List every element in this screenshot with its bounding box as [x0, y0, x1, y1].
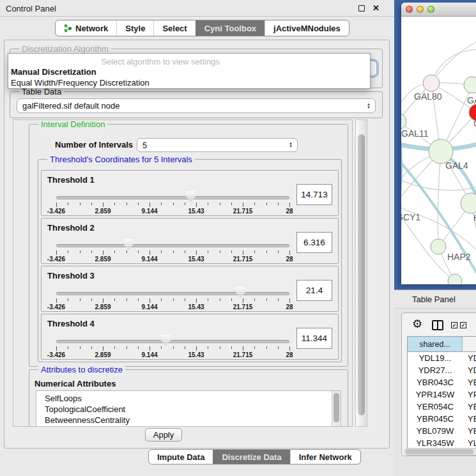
threshold-1-value-field[interactable]: 14.713: [296, 184, 332, 205]
node-top-right[interactable]: [464, 77, 476, 93]
attributes-list-scrollbar[interactable]: [332, 391, 341, 427]
cell-name: YDR2: [463, 364, 476, 376]
control-panel-titlebar: Control Panel ✕: [0, 0, 394, 17]
algorithm-dropdown: Select algorithm to view settings Manual…: [8, 53, 371, 89]
stepper-icon: ▲▼: [289, 142, 293, 148]
zoom-traffic-light-icon[interactable]: [427, 6, 434, 13]
column-header-name[interactable]: na: [463, 337, 476, 351]
cell-shared-name: YPR145W: [408, 388, 463, 401]
close-icon[interactable]: ✕: [372, 3, 380, 13]
slider-tick-labels: -3.4262.8599.14415.4321.71528: [56, 208, 289, 215]
node-hap2[interactable]: [431, 239, 446, 254]
cell-shared-name: YER054C: [408, 401, 463, 413]
slider-ticks: [56, 250, 289, 256]
threshold-2-slider-thumb[interactable]: [124, 239, 134, 250]
settings-scroll-area: Interval Definition Number of Intervals …: [13, 119, 353, 427]
table-row[interactable]: YDR27...YDR2: [408, 364, 476, 376]
table-data-select[interactable]: galFiltered.sif default node ▲▼: [17, 98, 376, 113]
threshold-3-slider[interactable]: [56, 292, 289, 295]
threshold-4-slider[interactable]: [56, 340, 289, 343]
slider-tick-labels: -3.4262.8599.14415.4321.71528: [56, 351, 289, 358]
attribute-item-topologicalcoefficient[interactable]: TopologicalCoefficient: [36, 404, 341, 415]
node-gal11[interactable]: [401, 113, 406, 130]
cyni-mode-tabs: Impute DataDiscretize DataInfer Network: [148, 449, 361, 464]
checkbox-icon[interactable]: ✓: [451, 322, 457, 328]
panel-scrollbar-thumb[interactable]: [358, 134, 365, 415]
tab-label: jActiveMNodules: [273, 24, 341, 33]
tab-label: Infer Network: [299, 452, 352, 462]
threshold-4-label: Threshold 4: [47, 319, 95, 328]
cyni-toolbox-panel: Discretization Algorithm Select algorith…: [4, 40, 390, 449]
close-traffic-light-icon[interactable]: [406, 6, 413, 13]
node-gal80-neighbor[interactable]: [423, 75, 440, 91]
tab-infer-network[interactable]: Infer Network: [290, 450, 360, 464]
table-panel-header: Table Panel: [394, 289, 476, 309]
column-header-shared-name[interactable]: shared...: [408, 337, 463, 351]
threshold-2-slider[interactable]: [56, 244, 289, 247]
control-panel-tabs: NetworkStyleSelectCyni ToolboxjActiveMNo…: [55, 20, 349, 36]
panel-scrollbar[interactable]: [355, 119, 367, 427]
table-scrollbar-thumb[interactable]: [406, 449, 473, 454]
threshold-4-slider-thumb[interactable]: [161, 335, 171, 346]
threshold-1-slider-thumb[interactable]: [186, 191, 196, 202]
algorithm-option-manual[interactable]: Manual Discretization: [8, 66, 370, 77]
attributes-list: SelfLoopsTopologicalCoefficientBetweenne…: [36, 390, 341, 427]
table-panel-body: ⚙✓✓ shared... na YDL19...YDL1YDR27...YDR…: [401, 312, 476, 456]
node-bottom[interactable]: [448, 274, 462, 284]
tab-label: Discretize Data: [222, 452, 281, 462]
node-label-hap2: HAP2: [447, 252, 471, 262]
threshold-3-label: Threshold 3: [47, 271, 95, 280]
threshold-1-box: Threshold 1-3.4262.8599.14415.4321.71528…: [41, 170, 339, 216]
attribute-item-betweennesscentrality[interactable]: BetweennessCentrality: [36, 415, 341, 426]
threshold-2-value-field[interactable]: 6.316: [296, 232, 332, 253]
threshold-4-value-field[interactable]: 11.344: [296, 328, 332, 349]
table-horizontal-scrollbar[interactable]: [404, 448, 476, 456]
interval-definition-group: Interval Definition Number of Intervals …: [29, 124, 348, 367]
cell-shared-name: YBR043C: [408, 376, 463, 388]
algorithm-option-equal-width[interactable]: Equal Width/Frequency Discretization: [8, 77, 370, 88]
tab-select[interactable]: Select: [153, 20, 195, 36]
tab-cyni-toolbox[interactable]: Cyni Toolbox: [196, 20, 265, 36]
table-row[interactable]: YBR045CYBR0: [408, 413, 476, 425]
tab-network[interactable]: Network: [56, 20, 116, 36]
num-intervals-value: 5: [137, 141, 289, 150]
table-row[interactable]: YPR145WYPR1: [408, 388, 476, 401]
tab-label: Network: [75, 24, 108, 33]
table-row[interactable]: YBL079WYBL0: [408, 425, 476, 437]
num-intervals-select[interactable]: 5 ▲▼: [137, 138, 298, 152]
table-row[interactable]: YDL19...YDL1: [408, 352, 476, 364]
node-label-c: C: [473, 118, 476, 128]
node-right-mid[interactable]: [461, 193, 476, 213]
table-row[interactable]: YBR043CYBR0: [408, 376, 476, 388]
float-window-icon[interactable]: [358, 5, 365, 12]
threshold-3-value-field[interactable]: 21.4: [296, 280, 332, 301]
threshold-3-slider-thumb[interactable]: [236, 287, 245, 298]
tab-label: Impute Data: [157, 452, 204, 462]
gear-icon[interactable]: ⚙: [412, 318, 422, 330]
control-panel-window: Control Panel ✕ NetworkStyleSelectCyni T…: [0, 0, 394, 476]
network-canvas[interactable]: GAL80GACGAL11GAL4GCY1HHAP2: [401, 17, 476, 284]
tab-impute-data[interactable]: Impute Data: [149, 450, 213, 464]
cell-name: YPR1: [463, 388, 476, 401]
tab-style[interactable]: Style: [116, 20, 153, 36]
apply-button[interactable]: Apply: [145, 428, 182, 441]
table-row[interactable]: YER054CYER0: [408, 401, 476, 413]
node-label-gal80: GAL80: [414, 91, 442, 102]
network-window-titlebar: [401, 3, 476, 17]
tab-label: Style: [125, 24, 145, 33]
checkbox-icon[interactable]: ✓: [460, 322, 466, 328]
tab-discretize-data[interactable]: Discretize Data: [213, 450, 289, 464]
threshold-1-slider[interactable]: [56, 196, 289, 199]
window-title: Control Panel: [6, 4, 56, 13]
threshold-3-box: Threshold 3-3.4262.8599.14415.4321.71528…: [41, 266, 339, 312]
interval-definition-title: Interval Definition: [38, 119, 107, 129]
right-workspace: GAL80GACGAL11GAL4GCY1HHAP2 Table Panel ⚙…: [394, 0, 476, 476]
minimize-traffic-light-icon[interactable]: [417, 6, 424, 13]
tab-jactivemnodules[interactable]: jActiveMNodules: [265, 20, 349, 36]
cell-name: YBL0: [463, 425, 476, 437]
node-label-gal11: GAL11: [401, 128, 429, 139]
threshold-4-box: Threshold 4-3.4262.8599.14415.4321.71528…: [41, 314, 339, 360]
split-pane-icon[interactable]: [432, 320, 443, 330]
cell-name: YDL1: [463, 352, 476, 364]
attribute-item-selfloops[interactable]: SelfLoops: [36, 393, 341, 404]
